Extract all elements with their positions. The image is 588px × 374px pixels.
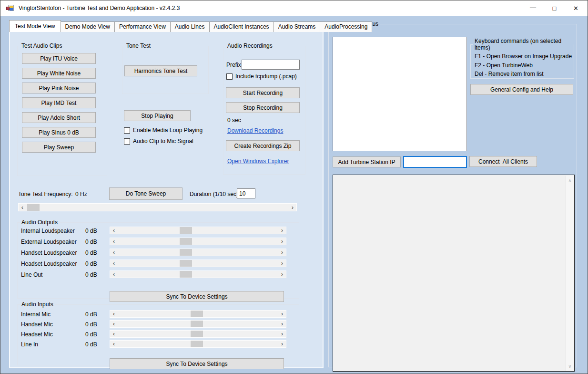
scroll-right-icon[interactable]: › [278,341,286,347]
scroll-left-icon[interactable]: ‹ [110,321,118,327]
log-scrollbar[interactable]: ∧ ∨ [566,176,574,371]
input-channel-row: Internal Mic 0 dB ‹ › [18,310,299,320]
tab[interactable]: Demo Mode View [61,21,115,32]
scroll-left-icon[interactable]: ‹ [110,238,118,245]
keyboard-commands-group: Keyboard commands (on selected items) F1… [470,38,574,79]
keyboard-command-item: Del - Remove item from list [475,71,574,78]
audio-recordings-group: Audio Recordings Prefix Include tcpdump … [223,42,305,175]
station-ip-input[interactable] [403,156,467,168]
scroll-left-icon[interactable]: ‹ [110,311,118,317]
stop-recording-button[interactable]: Stop Recording [226,102,300,113]
scroll-right-icon[interactable]: › [278,331,286,337]
tone-frequency-label: Tone Test Frequency: [18,191,73,197]
channel-level-scrollbar[interactable]: ‹ › [110,330,286,338]
play-clip-button[interactable]: Play Adele Short [22,112,96,123]
scroll-left-icon[interactable]: ‹ [110,341,118,347]
scrollbar-thumb[interactable] [191,341,203,347]
channel-level: 0 dB [85,228,97,234]
scrollbar-thumb[interactable] [27,204,40,211]
scroll-right-icon[interactable]: › [278,271,286,278]
sync-inputs-button[interactable]: Sync To Device Settings [110,358,284,369]
channel-level-scrollbar[interactable]: ‹ › [110,320,286,328]
station-listbox[interactable] [333,37,467,151]
scrollbar-thumb[interactable] [180,227,192,234]
download-recordings-link[interactable]: Download Recordings [227,127,283,134]
channel-level-scrollbar[interactable]: ‹ › [110,238,286,245]
duration-input[interactable] [237,188,255,198]
minimize-button[interactable]: — [522,1,544,15]
maximize-button[interactable]: □ [544,1,565,15]
checkbox-icon [124,138,130,145]
channel-name: Internal Mic [21,311,51,318]
scrollbar-thumb[interactable] [191,321,203,327]
stop-playing-button[interactable]: Stop Playing [124,110,191,121]
play-clip-button[interactable]: Play Sinus 0 dB [22,127,96,138]
scroll-right-icon[interactable]: › [278,321,286,327]
channel-level-scrollbar[interactable]: ‹ › [110,249,286,256]
add-turbine-station-ip-button[interactable]: Add Turbine Station IP [333,156,401,167]
play-clip-button[interactable]: Play Pink Noise [22,83,96,94]
play-clip-button[interactable]: Play IMD Test [22,97,96,108]
scrollbar-thumb[interactable] [180,238,192,245]
scroll-left-icon[interactable]: ‹ [110,271,118,278]
tone-frequency-scrollbar[interactable]: ‹ › [18,203,297,211]
checkbox-icon [226,73,233,80]
channel-level-scrollbar[interactable]: ‹ › [110,227,286,234]
general-config-button[interactable]: General Config and Help [470,84,573,95]
channel-name: External Loudspeaker [21,239,77,245]
enable-media-loop-checkbox[interactable]: Enable Media Loop Playing [124,126,203,134]
keyboard-command-item: F2 - Open TurbineWeb [475,62,574,69]
app-icon [6,4,14,12]
play-clip-button[interactable]: Play White Noise [22,68,96,79]
prefix-input[interactable] [242,60,300,70]
audio-inputs-group: Audio Inputs Internal Mic 0 dB ‹ › Ha [17,301,299,365]
scroll-left-icon[interactable]: ‹ [19,204,26,211]
connect-all-clients-button[interactable]: Connect All Clients [469,156,537,167]
scroll-right-icon[interactable]: › [289,204,296,211]
channel-level-scrollbar[interactable]: ‹ › [110,270,286,278]
scrollbar-thumb[interactable] [180,260,192,267]
scroll-down-icon[interactable]: ∨ [566,362,574,370]
audio-clip-to-mic-checkbox[interactable]: Audio Clip to Mic Signal [124,137,193,145]
tab[interactable]: Test Mode View [9,20,61,32]
channel-level-scrollbar[interactable]: ‹ › [110,310,286,318]
scroll-right-icon[interactable]: › [278,238,286,245]
channel-level-scrollbar[interactable]: ‹ › [110,260,286,267]
create-recordings-zip-button[interactable]: Create Recordings Zip [226,140,300,151]
scrollbar-thumb[interactable] [180,249,192,256]
scroll-right-icon[interactable]: › [278,260,286,267]
sync-outputs-button[interactable]: Sync To Device Settings [110,291,284,302]
config-and-status-group: Config And Status Keyboard commands (on … [328,21,577,367]
channel-level: 0 dB [85,341,97,348]
tab[interactable]: AudioClient Instances [209,21,274,32]
play-clip-button[interactable]: Play ITU Voice [22,53,96,64]
scroll-left-icon[interactable]: ‹ [110,249,118,256]
tab[interactable]: AudioProcessing [320,21,372,32]
scroll-left-icon[interactable]: ‹ [110,260,118,267]
tab[interactable]: Audio Streams [274,21,321,32]
scrollbar-thumb[interactable] [191,311,203,317]
open-windows-explorer-link[interactable]: Open Windows Explorer [227,158,289,165]
scroll-right-icon[interactable]: › [278,311,286,317]
tab[interactable]: Audio Lines [170,21,210,32]
output-channel-row: Internal Loudspeaker 0 dB ‹ › [18,227,299,238]
scroll-left-icon[interactable]: ‹ [110,227,118,234]
include-tcpdump-checkbox[interactable]: Include tcpdump (.pcap) [226,73,297,80]
scroll-up-icon[interactable]: ∧ [566,177,574,184]
channel-level-scrollbar[interactable]: ‹ › [110,340,286,348]
do-tone-sweep-button[interactable]: Do Tone Sweep [109,187,182,200]
output-channel-row: Headset Loudspeaker 0 dB ‹ › [18,260,299,270]
tab[interactable]: Performance View [114,21,171,32]
scroll-right-icon[interactable]: › [278,249,286,256]
scrollbar-thumb[interactable] [180,271,192,278]
harmonics-tone-test-button[interactable]: Harmonics Tone Test [124,65,197,76]
status-log-panel[interactable]: ∧ ∨ [333,175,575,372]
play-clip-button[interactable]: Play Sweep [22,142,96,153]
scroll-left-icon[interactable]: ‹ [110,331,118,337]
start-recording-button[interactable]: Start Recording [226,87,300,98]
close-button[interactable]: ✕ [565,1,587,15]
input-channel-row: Headset Mic 0 dB ‹ › [18,330,299,340]
scroll-right-icon[interactable]: › [278,227,286,234]
tab-strip: Test Mode View Demo Mode View Performanc… [9,21,372,32]
scrollbar-thumb[interactable] [191,331,203,337]
